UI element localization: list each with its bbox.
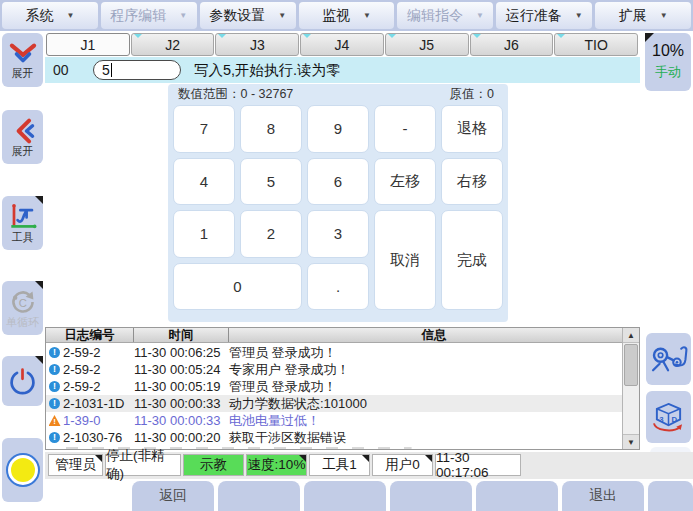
log-id: 2-59-2 (63, 362, 134, 377)
menu-item-system[interactable]: 系统 (2, 2, 98, 29)
key-1[interactable]: 1 (173, 210, 235, 258)
parameter-index: 00 (53, 62, 87, 78)
scrollbar-thumb[interactable] (624, 344, 638, 386)
key-backspace[interactable]: 退格 (441, 105, 503, 153)
status-tool[interactable]: 工具1 (309, 454, 370, 476)
exit-button[interactable]: 退出 (562, 481, 644, 511)
log-message: 获取干涉区数据错误 (229, 429, 622, 447)
menu-item-extend[interactable]: 扩展 (595, 2, 691, 29)
speed-mode-box[interactable]: 10% 手动 (645, 33, 691, 91)
tab-j3[interactable]: J3 (215, 33, 299, 56)
key-8[interactable]: 8 (240, 105, 302, 153)
log-time: 11-30 00:05:24 (134, 362, 229, 377)
corner-fold-icon (362, 455, 369, 462)
tab-tio[interactable]: TIO (554, 33, 638, 56)
original-value-label: 原值：0 (450, 86, 494, 103)
value-range-label: 数值范围：0 - 32767 (178, 86, 293, 103)
expand-down-label: 展开 (12, 67, 34, 79)
info-icon (49, 381, 60, 392)
key-3[interactable]: 3 (307, 210, 369, 258)
info-icon (49, 432, 60, 443)
log-row[interactable]: 2-59-2 11-30 00:06:25 管理员 登录成功！ (46, 344, 622, 361)
log-scrollbar[interactable] (622, 328, 639, 449)
log-message: 动力学数据状态:101000 (229, 395, 622, 413)
keypad-keys: 7 8 9 - 退格 4 5 6 左移 右移 1 2 3 取消 完成 0 . (168, 102, 508, 316)
log-id: 2-59-2 (63, 345, 134, 360)
key-4[interactable]: 4 (173, 158, 235, 206)
menu-item-edit-command: 编辑指令 (397, 2, 493, 29)
log-rows: 2-59-2 11-30 00:06:25 管理员 登录成功！ 2-59-2 1… (46, 344, 622, 449)
status-user[interactable]: 管理员 (48, 454, 103, 476)
tool-button[interactable]: 工具 (2, 196, 43, 250)
drag-mode-button[interactable] (646, 333, 691, 385)
log-row[interactable]: 2-59-2 11-30 00:05:19 管理员 登录成功！ (46, 378, 622, 395)
key-minus[interactable]: - (374, 105, 436, 153)
key-7[interactable]: 7 (173, 105, 235, 153)
key-dot[interactable]: . (307, 263, 369, 311)
key-done[interactable]: 完成 (441, 210, 503, 310)
scroll-down-icon[interactable] (623, 434, 639, 449)
key-cancel[interactable]: 取消 (374, 210, 436, 310)
key-move-right[interactable]: 右移 (441, 158, 503, 206)
tab-j6[interactable]: J6 (470, 33, 554, 56)
tool-label: 工具 (12, 231, 34, 243)
chevrons-down-icon (8, 42, 38, 66)
footer-button-empty-5[interactable] (648, 481, 693, 511)
log-row[interactable]: 2-1031-1D 11-30 00:00:33 动力学数据状态:101000 (46, 395, 622, 412)
tab-j2[interactable]: J2 (131, 33, 215, 56)
power-button[interactable] (2, 356, 43, 406)
status-user-label: 管理员 (55, 456, 96, 474)
tab-j4[interactable]: J4 (300, 33, 384, 56)
log-header: 日志编号 时间 信息 (46, 328, 639, 343)
key-6[interactable]: 6 (307, 158, 369, 206)
footer-button-empty-1[interactable] (218, 481, 300, 511)
single-cycle-label: 单循环 (6, 316, 39, 328)
log-message: 专家用户 登录成功！ (229, 361, 622, 379)
footer-button-empty-3[interactable] (390, 481, 472, 511)
footer-button-empty-4[interactable] (476, 481, 558, 511)
drag-robot-icon (650, 344, 688, 374)
log-time: 11-30 00:00:33 (134, 413, 229, 428)
log-message: 电池电量过低！ (229, 412, 622, 430)
menu-item-param-settings[interactable]: 参数设置 (200, 2, 296, 29)
parameter-description: 写入5,开始执行.读为零 (194, 61, 341, 80)
key-9[interactable]: 9 (307, 105, 369, 153)
value-input[interactable]: 5 (93, 60, 181, 80)
expand-left-button[interactable]: 展开 (2, 110, 43, 164)
status-time: 11-30 00:17:06 (435, 454, 521, 476)
key-0[interactable]: 0 (173, 263, 302, 311)
log-id: 2-59-2 (63, 379, 134, 394)
menu-item-monitor[interactable]: 监视 (299, 2, 395, 29)
key-move-left[interactable]: 左移 (374, 158, 436, 206)
log-row[interactable]: 2-1030-76 11-30 00:00:20 获取干涉区数据错误 (46, 429, 622, 446)
status-speed[interactable]: 速度:10% (246, 454, 307, 476)
tab-j1[interactable]: J1 (46, 33, 130, 56)
back-button[interactable]: 返回 (132, 481, 214, 511)
value-input-text: 5 (102, 62, 110, 78)
log-row[interactable]: 1-39-0 11-30 00:00:33 电池电量过低！ (46, 412, 622, 429)
log-header-time: 时间 (134, 328, 229, 342)
expand-down-button[interactable]: 展开 (2, 33, 43, 87)
power-icon (8, 367, 37, 396)
corner-fold-icon (95, 455, 102, 462)
status-time-label: 11-30 00:17:06 (436, 450, 520, 480)
key-5[interactable]: 5 (240, 158, 302, 206)
numeric-keypad: 数值范围：0 - 32767 原值：0 7 8 9 - 退格 4 5 6 左移 … (168, 84, 508, 322)
key-2[interactable]: 2 (240, 210, 302, 258)
log-message: 管理员 登录成功！ (229, 378, 622, 396)
chevrons-left-icon (10, 118, 36, 144)
record-button[interactable] (2, 438, 43, 502)
info-icon (49, 398, 60, 409)
3d-cube-icon: 3 D (651, 402, 686, 433)
scroll-up-icon[interactable] (623, 328, 639, 343)
status-teach-mode: 示教 (183, 454, 244, 476)
menu-item-run-prep[interactable]: 运行准备 (496, 2, 592, 29)
status-user-frame-label: 用户0 (385, 456, 420, 474)
log-row[interactable]: 2-59-2 11-30 00:05:24 专家用户 登录成功！ (46, 361, 622, 378)
3d-view-button[interactable]: 3 D (646, 391, 691, 443)
tab-j5[interactable]: J5 (385, 33, 469, 56)
log-time: 11-30 00:00:20 (134, 430, 229, 445)
status-user-frame[interactable]: 用户0 (372, 454, 433, 476)
tool-axes-icon (8, 203, 38, 230)
footer-button-empty-2[interactable] (304, 481, 386, 511)
